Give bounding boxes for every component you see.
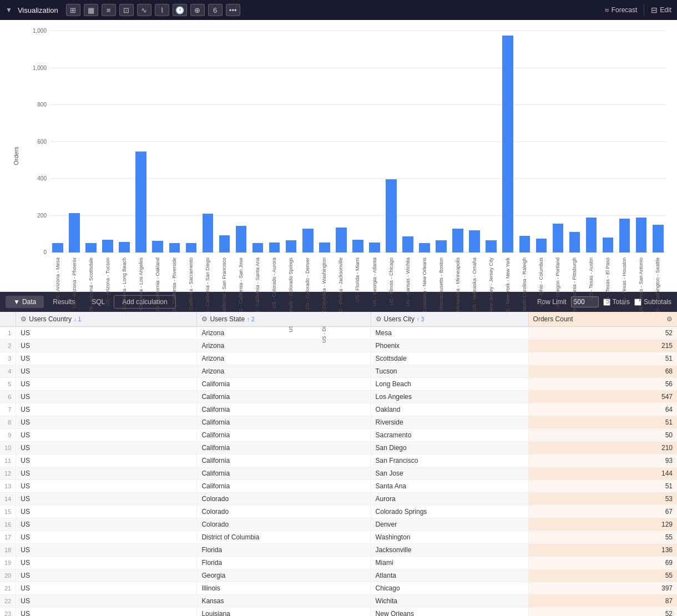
bar-wrapper-4[interactable] — [117, 31, 132, 253]
line-chart-icon-btn[interactable]: ∿ — [137, 4, 151, 16]
bar-wrapper-25[interactable] — [467, 31, 482, 253]
area-chart-icon-btn[interactable]: ⌇ — [155, 4, 169, 16]
bar-wrapper-34[interactable] — [617, 31, 633, 253]
x-label-wrapper-0: US - Arizona - Mesa — [50, 255, 65, 286]
bar-wrapper-26[interactable] — [483, 31, 499, 253]
bar-wrapper-11[interactable] — [234, 31, 249, 253]
table-row[interactable]: 7 US California Oakland 64 — [0, 403, 677, 416]
bar-chart-icon-btn[interactable]: ▦ — [84, 4, 98, 16]
x-label-20: US - Illinois - Chicago — [388, 257, 395, 306]
bar-wrapper-22[interactable] — [417, 31, 432, 253]
bar-wrapper-13[interactable] — [267, 31, 282, 253]
table-row[interactable]: 8 US California Riverside 51 — [0, 416, 677, 429]
table-row[interactable]: 6 US California Los Angeles 547 — [0, 391, 677, 403]
bar-wrapper-23[interactable] — [433, 31, 449, 253]
tab-data[interactable]: ▼ Data — [6, 296, 44, 308]
bar-wrapper-6[interactable] — [150, 31, 165, 253]
bar-wrapper-31[interactable] — [567, 31, 582, 253]
table-row[interactable]: 10 US California San Diego 210 — [0, 442, 677, 455]
col-settings-icon-state[interactable]: ⚙ — [201, 315, 208, 323]
bar-wrapper-12[interactable] — [250, 31, 266, 253]
cell-state-16: Colorado — [197, 518, 371, 531]
col-settings-icon-country[interactable]: ⚙ — [21, 315, 27, 323]
bar-wrapper-32[interactable] — [584, 31, 599, 253]
table-row[interactable]: 5 US California Long Beach 56 — [0, 378, 677, 391]
table-row[interactable]: 11 US California San Francisco 93 — [0, 455, 677, 467]
x-label-wrapper-20: US - Illinois - Chicago — [383, 255, 399, 286]
row-num-13: 13 — [0, 480, 16, 493]
map-icon-btn[interactable]: ⊡ — [119, 4, 134, 16]
bar-wrapper-28[interactable] — [517, 31, 532, 253]
bar-wrapper-15[interactable] — [300, 31, 316, 253]
bar-wrapper-17[interactable] — [334, 31, 349, 253]
edit-button[interactable]: ⊟ Edit — [651, 6, 671, 14]
bar-wrapper-0[interactable] — [50, 31, 65, 253]
bar-wrapper-2[interactable] — [83, 31, 99, 253]
table-row[interactable]: 20 US Georgia Atlanta 55 — [0, 569, 677, 582]
x-label-wrapper-17: US - Florida - Jacksonville — [334, 255, 349, 286]
number-6-btn[interactable]: 6 — [208, 4, 223, 16]
cell-country-11: US — [16, 455, 197, 467]
table-row[interactable]: 16 US Colorado Denver 129 — [0, 518, 677, 531]
table-row[interactable]: 14 US Colorado Aurora 53 — [0, 493, 677, 506]
x-label-wrapper-28: US - North Carolina - Raleigh — [517, 255, 532, 286]
x-label-wrapper-4: US - California - Long Beach — [117, 255, 132, 286]
table-row[interactable]: 2 US Arizona Phoenix 215 — [0, 340, 677, 352]
table-row[interactable]: 17 US District of Columbia Washington 55 — [0, 531, 677, 544]
clock-icon-btn[interactable]: 🕐 — [173, 4, 187, 16]
cell-city-20: Atlanta — [371, 569, 528, 582]
bar-wrapper-36[interactable] — [650, 31, 666, 253]
bar-wrapper-5[interactable] — [133, 31, 149, 253]
row-num-18: 18 — [0, 544, 16, 557]
table-row[interactable]: 1 US Arizona Mesa 52 — [0, 327, 677, 340]
col-settings-icon-city[interactable]: ⚙ — [376, 315, 382, 323]
bar-wrapper-16[interactable] — [317, 31, 332, 253]
col-header-city[interactable]: ⚙ Users City ↑ 3 — [371, 312, 528, 327]
scatter-icon-btn[interactable]: ≡ — [102, 4, 116, 16]
bar-wrapper-3[interactable] — [100, 31, 115, 253]
col-settings-icon-orders[interactable]: ⚙ — [666, 315, 673, 323]
cell-city-10: San Diego — [371, 442, 528, 455]
table-row[interactable]: 18 US Florida Jacksonville 136 — [0, 544, 677, 557]
bar-5 — [135, 152, 146, 253]
bar-wrapper-8[interactable] — [183, 31, 199, 253]
col-header-state[interactable]: ⚙ Users State ↑ 2 — [197, 312, 371, 327]
tab-data-arrow: ▼ — [13, 298, 20, 306]
table-row[interactable]: 3 US Arizona Scottsdale 51 — [0, 352, 677, 365]
bar-wrapper-24[interactable] — [450, 31, 466, 253]
bar-wrapper-27[interactable] — [500, 31, 516, 253]
bar-wrapper-1[interactable] — [67, 31, 82, 253]
col-header-country[interactable]: ⚙ Users Country ↓ 1 — [16, 312, 197, 327]
forecast-button[interactable]: ≈ Forecast — [605, 6, 637, 14]
bar-wrapper-35[interactable] — [634, 31, 649, 253]
bar-wrapper-29[interactable] — [533, 31, 549, 253]
table-row[interactable]: 4 US Arizona Tucson 68 — [0, 365, 677, 378]
bar-wrapper-33[interactable] — [600, 31, 616, 253]
bar-wrapper-14[interactable] — [284, 31, 299, 253]
bar-wrapper-9[interactable] — [200, 31, 215, 253]
bar-wrapper-7[interactable] — [166, 31, 182, 253]
table-row[interactable]: 13 US California Santa Ana 51 — [0, 480, 677, 493]
table-row[interactable]: 12 US California San Jose 144 — [0, 467, 677, 480]
bar-wrapper-18[interactable] — [350, 31, 366, 253]
col-header-orders[interactable]: Orders Count ⚙ — [528, 312, 677, 327]
x-label-wrapper-7: US - California - Riverside — [166, 255, 182, 286]
table-row[interactable]: 9 US California Sacramento 50 — [0, 429, 677, 442]
cell-state-19: Florida — [197, 557, 371, 569]
bar-11 — [236, 226, 247, 253]
table-row[interactable]: 22 US Kansas Wichita 87 — [0, 595, 677, 608]
bar-wrapper-30[interactable] — [550, 31, 565, 253]
bar-wrapper-10[interactable] — [216, 31, 232, 253]
bar-wrapper-20[interactable] — [383, 31, 399, 253]
bar-wrapper-19[interactable] — [367, 31, 382, 253]
bar-wrapper-21[interactable] — [400, 31, 416, 253]
table-row[interactable]: 19 US Florida Miami 69 — [0, 557, 677, 569]
table-row[interactable]: 23 US Louisiana New Orleans 52 — [0, 608, 677, 617]
table-row[interactable]: 21 US Illinois Chicago 397 — [0, 582, 677, 595]
cell-state-6: California — [197, 391, 371, 403]
more-icon-btn[interactable]: ••• — [226, 4, 240, 16]
table-row[interactable]: 15 US Colorado Colorado Springs 67 — [0, 506, 677, 518]
toolbar-title: Visualization — [18, 6, 58, 14]
pin-icon-btn[interactable]: ⊕ — [190, 4, 205, 16]
table-icon-btn[interactable]: ⊞ — [66, 4, 80, 16]
